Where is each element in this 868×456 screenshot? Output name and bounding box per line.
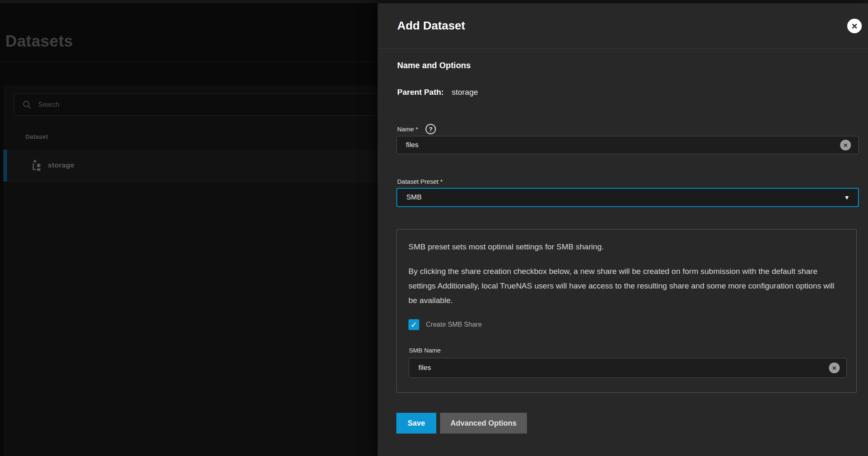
preset-label: Dataset Preset * bbox=[397, 178, 443, 185]
datasets-card: Dataset storage bbox=[3, 85, 378, 456]
screen: Datasets Dataset storage bbox=[0, 0, 868, 456]
name-input-value: files bbox=[406, 141, 840, 149]
panel-header: Add Dataset × bbox=[378, 3, 868, 49]
preset-label-row: Dataset Preset * bbox=[397, 178, 443, 185]
info-text-line1: SMB preset sets most optimal settings fo… bbox=[408, 239, 845, 254]
section-title: Name and Options bbox=[397, 61, 471, 70]
name-label-row: Name * ? bbox=[397, 124, 436, 134]
panel-title: Add Dataset bbox=[397, 19, 465, 32]
advanced-options-button[interactable]: Advanced Options bbox=[440, 413, 527, 434]
add-dataset-panel: Add Dataset × Name and Options Parent Pa… bbox=[378, 3, 868, 456]
search-icon bbox=[22, 100, 32, 109]
preset-selected-value: SMB bbox=[406, 193, 844, 202]
parent-path-value: storage bbox=[452, 88, 478, 97]
dataset-row-label: storage bbox=[48, 161, 74, 170]
dataset-row-storage[interactable]: storage bbox=[3, 150, 378, 182]
form-actions: Save Advanced Options bbox=[396, 413, 527, 434]
name-label: Name * bbox=[397, 126, 418, 133]
clear-smb-name-icon[interactable]: × bbox=[829, 362, 840, 373]
datasets-page: Datasets Dataset storage bbox=[0, 3, 378, 456]
parent-path-label: Parent Path: bbox=[397, 88, 444, 97]
page-header-divider bbox=[0, 62, 378, 62]
parent-path-row: Parent Path: storage bbox=[397, 88, 478, 97]
close-icon[interactable]: × bbox=[847, 19, 862, 33]
dataset-preset-select[interactable]: SMB ▼ bbox=[396, 188, 859, 207]
smb-name-label: SMB Name bbox=[409, 347, 441, 354]
smb-preset-info-box: SMB preset sets most optimal settings fo… bbox=[396, 229, 857, 393]
create-smb-share-label: Create SMB Share bbox=[426, 321, 482, 328]
dataset-tree-icon bbox=[31, 160, 42, 171]
name-input[interactable]: files × bbox=[396, 136, 859, 154]
create-smb-share-checkbox[interactable]: ✓ bbox=[408, 319, 419, 330]
page-title: Datasets bbox=[5, 32, 73, 50]
top-strip bbox=[0, 0, 868, 3]
dataset-search-box[interactable] bbox=[14, 94, 376, 116]
column-header-dataset: Dataset bbox=[25, 133, 48, 140]
smb-name-input[interactable]: files × bbox=[409, 358, 847, 378]
save-button[interactable]: Save bbox=[396, 413, 436, 434]
create-smb-share-row[interactable]: ✓ Create SMB Share bbox=[408, 319, 482, 330]
help-icon[interactable]: ? bbox=[425, 124, 436, 134]
chevron-down-icon: ▼ bbox=[844, 194, 850, 201]
clear-name-icon[interactable]: × bbox=[840, 140, 851, 150]
info-text-line2: By clicking the share creation checkbox … bbox=[408, 264, 843, 308]
smb-name-input-value: files bbox=[418, 364, 829, 372]
search-input[interactable] bbox=[38, 101, 368, 108]
